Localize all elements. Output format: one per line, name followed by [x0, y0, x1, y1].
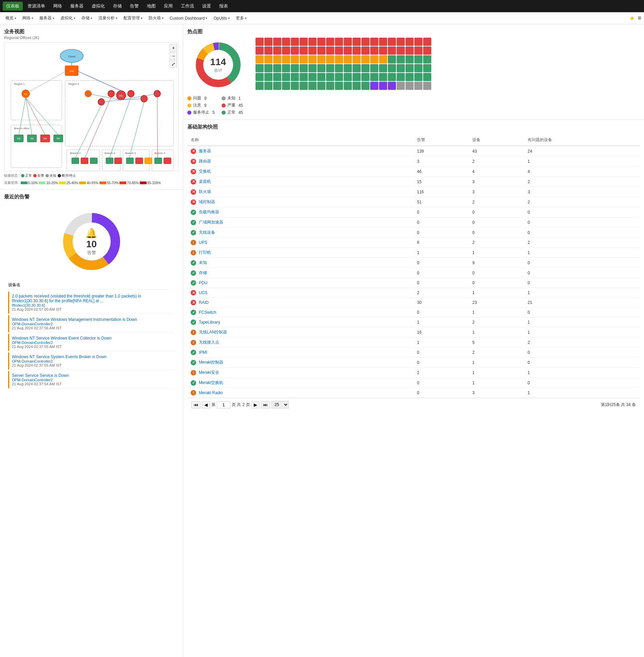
heatmap-cell[interactable] [308, 46, 317, 55]
heatmap-cell[interactable] [423, 46, 431, 55]
heatmap-cell[interactable] [300, 38, 308, 46]
heatmap-cell[interactable] [282, 82, 290, 90]
device-name[interactable]: FCSwitch [199, 310, 216, 315]
heatmap-cell[interactable] [273, 46, 281, 55]
heatmap-cell[interactable] [405, 82, 414, 90]
heatmap-cell[interactable] [370, 64, 378, 72]
device-name[interactable]: UCS [199, 290, 207, 295]
heatmap-cell[interactable] [344, 82, 352, 90]
heatmap-cell[interactable] [273, 55, 281, 63]
heatmap-cell[interactable] [353, 64, 361, 72]
nav-storage[interactable]: 存储 [110, 2, 125, 11]
heatmap-cell[interactable] [423, 73, 431, 81]
heatmap-cell[interactable] [344, 55, 352, 63]
device-name[interactable]: UPS [199, 240, 207, 245]
heatmap-cell[interactable] [300, 46, 308, 55]
nav-workflow[interactable]: 工作流 [177, 2, 197, 11]
heatmap-cell[interactable] [291, 38, 299, 46]
heatmap-cell[interactable] [370, 55, 378, 63]
heatmap-cell[interactable] [388, 46, 396, 55]
alert-item-source[interactable]: IfIndex1[30.30.30.6] [12, 303, 175, 307]
heatmap-cell[interactable] [335, 46, 343, 55]
heatmap-cell[interactable] [405, 38, 414, 46]
heatmap-cell[interactable] [344, 38, 352, 46]
heatmap-cell[interactable] [326, 73, 334, 81]
device-name[interactable]: RAID [199, 300, 209, 305]
heatmap-cell[interactable] [335, 38, 343, 46]
nav-custom-dashboard[interactable]: Custom Dashboard ▾ [167, 15, 210, 22]
heatmap-cell[interactable] [317, 38, 325, 46]
heatmap-cell[interactable] [255, 55, 264, 63]
device-name[interactable]: TapeLibrary [199, 320, 220, 325]
device-name[interactable]: 无线接入点 [199, 340, 219, 345]
device-name[interactable]: 负载均衡器 [199, 209, 219, 215]
device-name[interactable]: IPMI [199, 350, 207, 355]
heatmap-cell[interactable] [255, 64, 264, 72]
heatmap-cell[interactable] [326, 82, 334, 90]
heatmap-cell[interactable] [291, 82, 299, 90]
nav-virtual-sub[interactable]: 虚拟化 ▾ [58, 14, 78, 22]
device-name[interactable]: 路由器 [199, 158, 211, 164]
heatmap-cell[interactable] [353, 73, 361, 81]
heatmap-cell[interactable] [414, 64, 422, 72]
heatmap-cell[interactable] [255, 82, 264, 90]
heatmap-cell[interactable] [397, 38, 405, 46]
heatmap-cell[interactable] [282, 38, 290, 46]
heatmap-cell[interactable] [255, 73, 264, 81]
nav-traffic[interactable]: 流量分析 ▾ [96, 14, 120, 22]
nav-maps[interactable]: 地图 [144, 2, 159, 11]
heatmap-cell[interactable] [370, 82, 378, 90]
nav-server[interactable]: 服务器 [67, 2, 87, 11]
heatmap-cell[interactable] [361, 64, 370, 72]
heatmap-cell[interactable] [255, 46, 264, 55]
device-name[interactable]: 无线设备 [199, 230, 215, 235]
heatmap-cell[interactable] [264, 46, 272, 55]
heatmap-cell[interactable] [308, 73, 317, 81]
device-name[interactable]: Meraki控制器 [199, 360, 223, 365]
page-input[interactable] [217, 401, 230, 408]
last-page-button[interactable]: ⏭ [261, 401, 270, 408]
nav-virtual[interactable]: 虚拟化 [88, 2, 108, 11]
device-name[interactable]: PDU [199, 281, 207, 285]
favorite-button[interactable]: ★ [629, 15, 635, 22]
heatmap-cell[interactable] [397, 46, 405, 55]
nav-inventory[interactable]: 资源清单 [24, 2, 49, 11]
nav-firewall[interactable]: 防火墙 ▾ [146, 14, 166, 22]
heatmap-cell[interactable] [282, 64, 290, 72]
heatmap-cell[interactable] [414, 38, 422, 46]
device-name[interactable]: 防火墙 [199, 189, 211, 195]
heatmap-cell[interactable] [414, 73, 422, 81]
device-name[interactable]: Meraki交换机 [199, 380, 223, 386]
alert-item-title[interactable]: Server Service Service is Down [12, 373, 175, 378]
nav-settings[interactable]: 设置 [199, 2, 214, 11]
heatmap-cell[interactable] [308, 64, 317, 72]
heatmap-cell[interactable] [423, 55, 431, 63]
alert-item-title[interactable]: Windows NT Service Windows Event Collect… [12, 336, 175, 341]
alert-item-source[interactable]: OPM-DomainController2 [12, 322, 175, 326]
heatmap-cell[interactable] [308, 55, 317, 63]
nav-oputils[interactable]: OpUtils ▾ [211, 15, 232, 22]
heatmap-cell[interactable] [335, 55, 343, 63]
heatmap-cell[interactable] [282, 46, 290, 55]
heatmap-cell[interactable] [291, 46, 299, 55]
heatmap-cell[interactable] [353, 55, 361, 63]
per-page-select[interactable]: 25 50 100 [271, 401, 289, 408]
zoom-out-button[interactable]: − [170, 52, 177, 60]
nav-network-sub[interactable]: 网络 ▾ [20, 14, 36, 22]
device-name[interactable]: 存储 [199, 270, 207, 276]
heatmap-cell[interactable] [423, 82, 431, 90]
heatmap-cell[interactable] [308, 82, 317, 90]
heatmap-cell[interactable] [326, 38, 334, 46]
device-name[interactable]: 未知 [199, 260, 207, 266]
nav-server-sub[interactable]: 服务器 ▾ [37, 14, 57, 22]
heatmap-cell[interactable] [361, 73, 370, 81]
nav-network[interactable]: 网络 [50, 2, 65, 11]
heatmap-cell[interactable] [379, 38, 387, 46]
heatmap-cell[interactable] [291, 64, 299, 72]
heatmap-cell[interactable] [370, 73, 378, 81]
heatmap-cell[interactable] [326, 64, 334, 72]
heatmap-cell[interactable] [405, 46, 414, 55]
alert-item-title[interactable]: Windows NT Service Windows Management In… [12, 317, 175, 322]
heatmap-cell[interactable] [379, 73, 387, 81]
heatmap-cell[interactable] [264, 55, 272, 63]
